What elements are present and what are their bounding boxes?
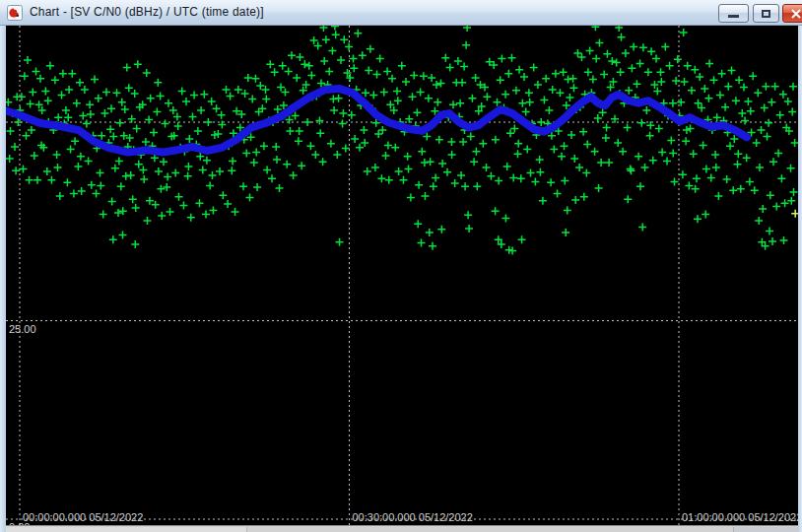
bottom-strip-segment xyxy=(246,527,734,532)
gridlines xyxy=(6,26,798,525)
window-title: Chart - [SV C/N0 (dBHz) / UTC (time date… xyxy=(30,5,264,19)
x-tick-label: 00:30:00.000 05/12/2022 xyxy=(353,511,473,523)
minimize-icon xyxy=(728,15,739,18)
axis-labels: 00:00:00.000 05/12/202200:30:00.000 05/1… xyxy=(9,323,798,526)
bottom-strip-segment xyxy=(6,527,246,532)
y-tick-label: 25.00 xyxy=(9,323,36,335)
window-bottom-strip xyxy=(6,525,798,532)
chart-app-icon xyxy=(7,5,23,21)
plot-area[interactable]: 00:00:00.000 05/12/202200:30:00.000 05/1… xyxy=(6,26,798,525)
bottom-strip-segment xyxy=(733,527,799,532)
window-border-right xyxy=(798,26,802,532)
maximize-button[interactable] xyxy=(753,4,779,23)
title-bar[interactable]: Chart - [SV C/N0 (dBHz) / UTC (time date… xyxy=(0,0,802,26)
close-button[interactable] xyxy=(782,4,802,23)
chart-window: Chart - [SV C/N0 (dBHz) / UTC (time date… xyxy=(0,0,802,532)
scatter-series xyxy=(791,210,798,218)
x-tick-label: 00:00:00.000 05/12/2022 xyxy=(23,511,143,523)
maximize-icon xyxy=(762,10,770,18)
close-icon xyxy=(790,9,802,19)
x-tick-label: 01:00:00.000 05/12/2022 xyxy=(682,511,798,523)
minimize-button[interactable] xyxy=(718,4,749,23)
